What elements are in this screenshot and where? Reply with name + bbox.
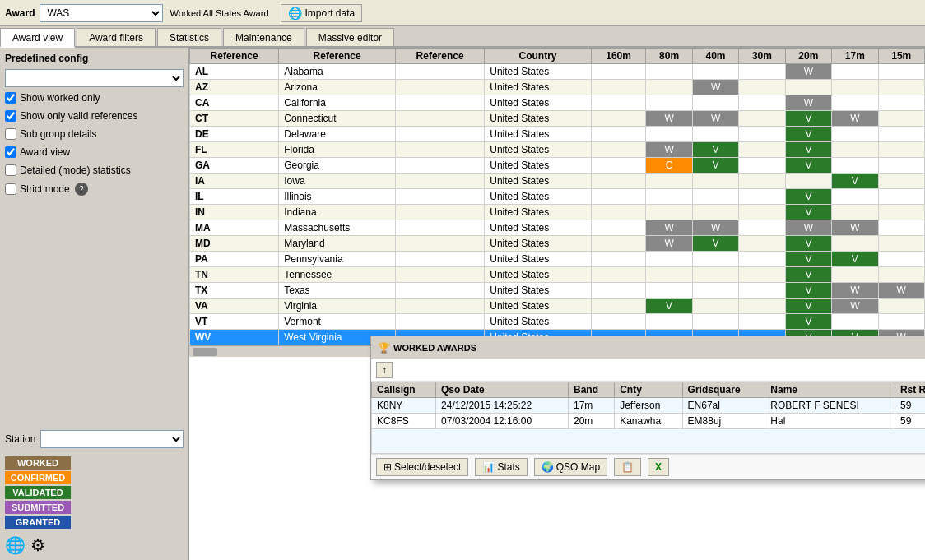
show-only-valid-label: Show only valid references xyxy=(20,110,137,122)
col-header-ref1: Reference xyxy=(190,49,279,64)
show-worked-only-checkbox[interactable] xyxy=(5,92,16,104)
modal-col-name: Name xyxy=(765,382,895,398)
table-row[interactable]: MD Maryland United States W V V xyxy=(190,236,925,252)
show-worked-only-label: Show worked only xyxy=(20,92,100,104)
export-icon: 📋 xyxy=(621,461,634,473)
col-header-40m: 40m xyxy=(692,49,738,64)
legend-granted: GRANTED xyxy=(5,516,71,529)
col-header-30m: 30m xyxy=(739,49,785,64)
table-row[interactable]: VT Vermont United States V xyxy=(190,314,925,330)
modal-col-band: Band xyxy=(568,382,614,398)
tab-award-view[interactable]: Award view xyxy=(0,28,75,48)
tab-maintenance[interactable]: Maintenance xyxy=(223,28,304,46)
modal-icon: 🏆 xyxy=(378,342,390,354)
modal-title: WORKED AWARDS xyxy=(393,343,925,353)
stats-button[interactable]: 📊 Stats xyxy=(475,458,527,476)
qso-map-icon: 🌍 xyxy=(542,461,554,473)
select-deselect-label: Select/deselect xyxy=(394,461,461,473)
modal-col-callsign: Callsign xyxy=(372,382,436,398)
select-deselect-icon: ⊞ xyxy=(383,461,392,473)
sub-group-details-checkbox[interactable] xyxy=(5,128,16,140)
col-header-20m: 20m xyxy=(785,49,831,64)
table-row[interactable]: DE Delaware United States V xyxy=(190,127,925,142)
modal-row[interactable]: K8NY 24/12/2015 14:25:22 17m Jefferson E… xyxy=(372,398,926,414)
detailed-stats-checkbox[interactable] xyxy=(5,164,16,176)
table-row[interactable]: VA Virginia United States V V W xyxy=(190,299,925,314)
award-view-label: Award view xyxy=(20,146,70,158)
name: Alabama xyxy=(279,64,396,80)
import-label: Import data xyxy=(305,7,356,19)
world-icon[interactable]: 🌐 xyxy=(5,535,26,555)
import-button[interactable]: 🌐 Import data xyxy=(281,4,363,22)
strict-mode-label: Strict mode xyxy=(20,183,70,195)
modal-col-rst-rcvd: Rst Rcvd xyxy=(895,382,925,398)
sub-group-details-label: Sub group details xyxy=(20,128,96,140)
predefined-config-select[interactable] xyxy=(5,69,184,87)
modal-up-button[interactable]: ↑ xyxy=(376,362,393,378)
award-view-checkbox[interactable] xyxy=(5,146,16,158)
table-row[interactable]: TN Tennessee United States V xyxy=(190,267,925,283)
table-row[interactable]: MA Massachusetts United States W W W W xyxy=(190,220,925,236)
col-header-80m: 80m xyxy=(646,49,692,64)
settings-icon[interactable]: ⚙ xyxy=(30,535,45,555)
table-row[interactable]: CT Connecticut United States W W V W xyxy=(190,111,925,127)
strict-mode-checkbox[interactable] xyxy=(5,183,16,195)
col-header-15m: 15m xyxy=(878,49,924,64)
predefined-config-label: Predefined config xyxy=(5,53,184,64)
station-label: Station xyxy=(5,433,35,445)
award-name-label: Worked All States Award xyxy=(170,8,268,18)
table-row[interactable]: CA California United States W xyxy=(190,95,925,111)
modal-col-cnty: Cnty xyxy=(615,382,682,398)
col-header-ref3: Reference xyxy=(396,49,485,64)
show-only-valid-checkbox[interactable] xyxy=(5,110,16,122)
detailed-stats-label: Detailed (mode) statistics xyxy=(20,164,131,176)
tab-massive-editor[interactable]: Massive editor xyxy=(306,28,394,46)
help-icon[interactable]: ? xyxy=(75,183,88,196)
table-row[interactable]: AZ Arizona United States W xyxy=(190,80,925,95)
excel-button[interactable]: X xyxy=(648,458,669,476)
stats-icon: 📊 xyxy=(482,461,495,473)
qso-map-button[interactable]: 🌍 QSO Map xyxy=(534,458,607,476)
export-button[interactable]: 📋 xyxy=(614,458,641,476)
excel-icon: X xyxy=(655,461,662,473)
modal-row[interactable]: KC8FS 07/03/2004 12:16:00 20m Kanawha EM… xyxy=(372,414,926,429)
legend-confirmed: CONFIRMED xyxy=(5,471,71,484)
table-row[interactable]: FL Florida United States W V V xyxy=(190,142,925,158)
tab-award-filters[interactable]: Award filters xyxy=(77,28,156,46)
table-row[interactable]: PA Pennsylvania United States V V xyxy=(190,252,925,267)
col-header-country: Country xyxy=(485,49,592,64)
table-row[interactable]: GA Georgia United States C V V xyxy=(190,158,925,174)
table-row[interactable]: IL Illinois United States V xyxy=(190,189,925,205)
modal-col-gridsquare: Gridsquare xyxy=(682,382,765,398)
stats-label: Stats xyxy=(497,461,519,473)
award-select[interactable]: WAS DXCC WAC WPX xyxy=(40,4,163,22)
award-label: Award xyxy=(5,7,35,19)
qso-map-label: QSO Map xyxy=(556,461,600,473)
col-header-17m: 17m xyxy=(832,49,878,64)
select-deselect-button[interactable]: ⊞ Select/deselect xyxy=(376,458,468,476)
station-select[interactable] xyxy=(40,430,184,448)
legend-worked: WORKED xyxy=(5,456,71,470)
import-icon: 🌐 xyxy=(288,7,302,20)
table-row[interactable]: TX Texas United States V W W xyxy=(190,283,925,299)
legend-submitted: SUBMITTED xyxy=(5,501,71,514)
table-row[interactable]: IN Indiana United States V xyxy=(190,205,925,220)
tab-statistics[interactable]: Statistics xyxy=(157,28,221,46)
ref: AL xyxy=(190,64,279,80)
worked-awards-modal: 🏆 WORKED AWARDS − □ ✕ ↑ Callsign Qso Dat… xyxy=(370,336,925,480)
modal-col-qso-date: Qso Date xyxy=(436,382,569,398)
table-row[interactable]: IA Iowa United States V xyxy=(190,174,925,189)
table-row[interactable]: AL Alabama United States W xyxy=(190,64,925,80)
col-header-160m: 160m xyxy=(591,49,646,64)
col-header-ref2: Reference xyxy=(279,49,396,64)
legend-validated: VALIDATED xyxy=(5,486,71,499)
modal-empty-row xyxy=(372,429,926,454)
